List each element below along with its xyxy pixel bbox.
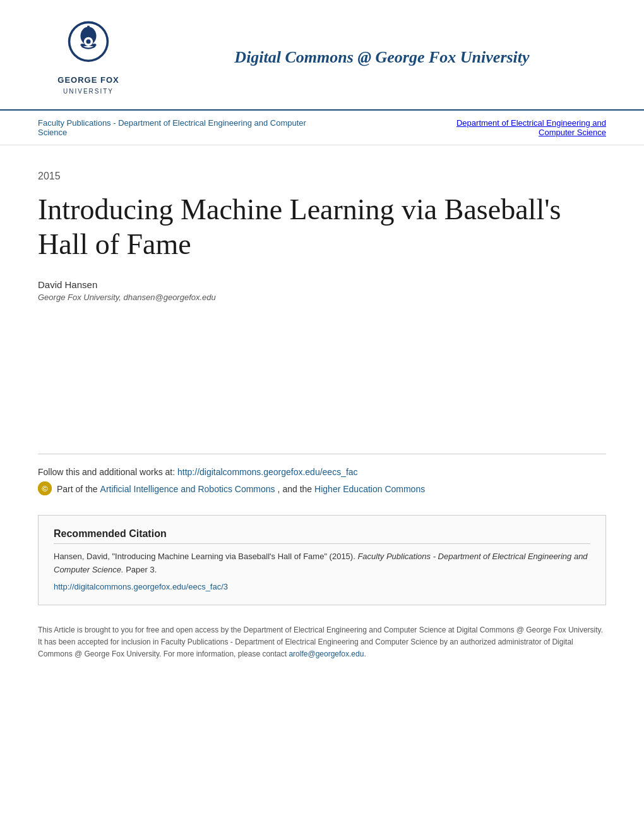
logo-line2: UNIVERSITY [63, 88, 114, 95]
author-affiliation: George Fox University, dhansen@georgefox… [38, 293, 606, 302]
citation-body: Hansen, David, "Introducing Machine Lear… [54, 550, 590, 577]
article-title: Introducing Machine Learning via Basebal… [38, 192, 606, 262]
site-title: Digital Commons @ George Fox University [158, 48, 606, 67]
follow-label: Follow this and additional works at: [38, 467, 175, 477]
contact-email-link[interactable]: arolfe@georgefox.edu [289, 650, 364, 658]
logo-line1: GEORGE FOX [57, 75, 119, 85]
logo-name: GEORGE FOX UNIVERSITY [57, 75, 119, 97]
ai-robotics-link[interactable]: Artificial Intelligence and Robotics Com… [100, 484, 275, 494]
author-university: George Fox University [38, 293, 119, 302]
and-text: , and the [278, 484, 313, 494]
follow-section: Follow this and additional works at: htt… [38, 454, 606, 496]
nav-left-link[interactable]: Faculty Publications - Department of Ele… [38, 118, 306, 137]
nav-right-line1: Department of Electrical Engineering and [456, 118, 606, 128]
footer-note: This Article is brought to you for free … [38, 624, 606, 680]
year-label: 2015 [38, 171, 606, 182]
nav-right-link[interactable]: Department of Electrical Engineering and… [456, 118, 606, 137]
main-content: 2015 Introducing Machine Learning via Ba… [0, 145, 644, 705]
commons-icon: © [38, 481, 52, 495]
follow-line: Follow this and additional works at: htt… [38, 467, 606, 477]
part-of-line: © Part of the Artificial Intelligence an… [38, 482, 606, 496]
citation-after: Paper 3. [124, 565, 157, 574]
svg-point-7 [86, 39, 90, 44]
citation-plain: Hansen, David, "Introducing Machine Lear… [54, 552, 357, 561]
nav-right-line2: Computer Science [539, 128, 606, 137]
header: GEORGE FOX UNIVERSITY Digital Commons @ … [0, 0, 644, 111]
part-of-label: Part of the [57, 484, 98, 494]
citation-heading: Recommended Citation [54, 528, 590, 544]
author-email-link[interactable]: dhansen@georgefox.edu [124, 293, 216, 302]
svg-rect-5 [85, 28, 92, 30]
nav-bar: Faculty Publications - Department of Ele… [0, 111, 644, 145]
page: GEORGE FOX UNIVERSITY Digital Commons @ … [0, 0, 644, 834]
follow-url[interactable]: http://digitalcommons.georgefox.edu/eecs… [177, 467, 358, 477]
footer-suffix: . [364, 650, 366, 658]
logo-area: GEORGE FOX UNIVERSITY [38, 19, 139, 97]
citation-section: Recommended Citation Hansen, David, "Int… [38, 515, 606, 605]
citation-url[interactable]: http://digitalcommons.georgefox.edu/eecs… [54, 582, 228, 591]
svg-text:©: © [42, 484, 48, 493]
gfu-logo-svg [60, 19, 117, 73]
author-name: David Hansen [38, 279, 606, 290]
nav-left: Faculty Publications - Department of Ele… [38, 118, 322, 137]
higher-ed-link[interactable]: Higher Education Commons [314, 484, 425, 494]
nav-right: Department of Electrical Engineering and… [322, 118, 606, 137]
